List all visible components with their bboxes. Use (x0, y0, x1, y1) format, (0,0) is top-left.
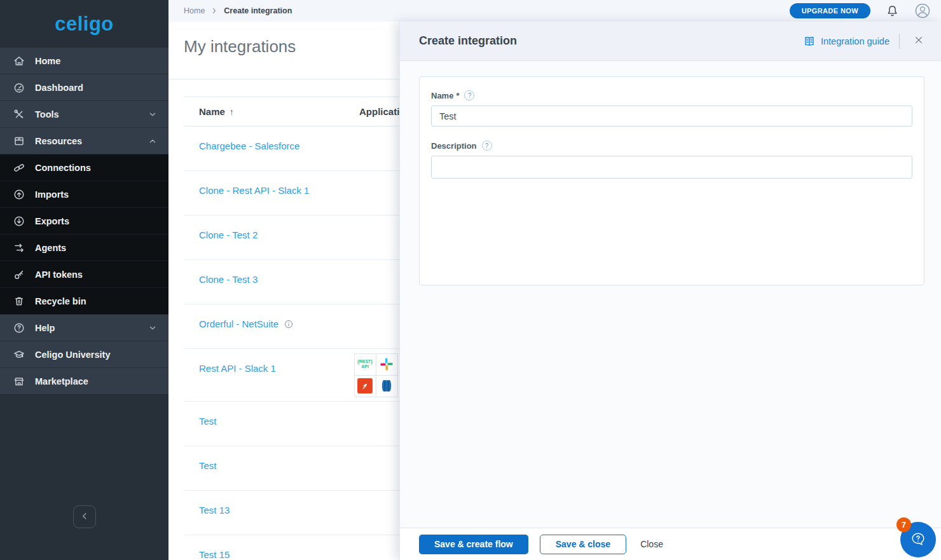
sidebar-item-label: Tools (35, 109, 59, 120)
sidebar-item-label: Help (35, 323, 55, 333)
sidebar-item-label: Exports (35, 216, 69, 226)
sidebar-nav: Home Dashboard Tools Resources Connectio… (0, 48, 168, 395)
sidebar-item-recycle-bin[interactable]: Recycle bin (0, 288, 168, 315)
sidebar-item-agents[interactable]: Agents (0, 235, 168, 261)
sidebar-item-tools[interactable]: Tools (0, 101, 168, 128)
blue-app-icon (376, 375, 398, 397)
sidebar-item-label: Marketplace (35, 376, 88, 386)
connections-icon (13, 161, 25, 174)
sidebar-item-api-tokens[interactable]: API tokens (0, 261, 168, 288)
api-tokens-icon (13, 268, 25, 281)
sidebar-item-label: Home (35, 56, 60, 66)
help-icon[interactable]: ? (464, 90, 474, 100)
sidebar-item-dashboard[interactable]: Dashboard (0, 74, 168, 101)
description-field[interactable] (431, 156, 912, 179)
column-header-name[interactable]: Name ↑ (184, 106, 359, 117)
sidebar-item-celigo-university[interactable]: Celigo University (0, 341, 168, 368)
close-icon[interactable] (909, 32, 928, 51)
integration-link[interactable]: Chargebee - Salesforce (199, 140, 299, 151)
topbar-actions: UPGRADE NOW (790, 3, 931, 19)
agents-icon (13, 242, 25, 254)
drawer-header: Create integration Integration guide (400, 22, 941, 61)
chevron-up-icon (147, 135, 158, 147)
sidebar-collapse-button[interactable] (73, 505, 96, 528)
sidebar-item-label: Resources (35, 136, 82, 146)
integration-guide-link[interactable]: Integration guide (803, 35, 889, 48)
bell-icon[interactable] (886, 4, 899, 18)
required-mark: * (456, 91, 459, 100)
create-integration-drawer: Create integration Integration guide Nam… (399, 22, 941, 560)
sort-asc-icon: ↑ (230, 107, 234, 117)
sidebar-item-resources[interactable]: Resources (0, 128, 168, 154)
help-icon[interactable]: ? (482, 140, 492, 151)
red-app-icon (354, 375, 376, 397)
integration-link[interactable]: Clone - Test 2 (199, 229, 258, 240)
chat-question-icon (909, 530, 927, 550)
header-divider (899, 34, 900, 49)
integration-link[interactable]: Clone - Test 3 (199, 274, 258, 285)
applications-icons: {REST} API (354, 353, 397, 397)
breadcrumb-separator-icon (210, 7, 218, 15)
sidebar-item-exports[interactable]: Exports (0, 208, 168, 235)
sidebar-item-marketplace[interactable]: Marketplace (0, 368, 168, 395)
description-field-label: Description (431, 141, 477, 151)
integration-link[interactable]: Clone - Rest API - Slack 1 (199, 185, 309, 196)
name-field-group: Name * ? (431, 90, 912, 126)
sidebar-item-label: Recycle bin (35, 296, 86, 306)
help-chat-button[interactable]: 7 (900, 522, 936, 557)
integration-link[interactable]: Orderful - NetSuite (199, 318, 294, 329)
drawer-footer: Save & create flow Save & close Close (400, 528, 941, 560)
sidebar-item-label: Connections (35, 163, 91, 173)
name-field[interactable] (431, 106, 912, 126)
breadcrumb: Home Create integration (184, 6, 292, 15)
drawer-title: Create integration (419, 34, 803, 48)
sidebar-item-imports[interactable]: Imports (0, 181, 168, 208)
imports-icon (13, 188, 25, 201)
sidebar-item-label: API tokens (35, 270, 83, 280)
sidebar-item-label: Celigo University (35, 350, 110, 360)
close-button[interactable]: Close (638, 539, 666, 549)
breadcrumb-current: Create integration (224, 6, 292, 15)
notification-badge: 7 (896, 517, 911, 532)
sidebar: celigo Home Dashboard Tools Resources Co… (0, 0, 168, 560)
topbar: Home Create integration UPGRADE NOW (168, 0, 941, 22)
integration-form: Name * ? Description ? (419, 76, 924, 285)
chevron-down-icon (147, 322, 158, 334)
avatar-icon[interactable] (914, 3, 931, 19)
marketplace-icon (13, 375, 25, 388)
exports-icon (13, 215, 25, 228)
sidebar-item-label: Dashboard (35, 83, 83, 93)
recycle-bin-icon (13, 295, 25, 308)
name-field-label: Name (431, 91, 453, 100)
chevron-down-icon (147, 109, 158, 120)
save-close-button[interactable]: Save & close (540, 535, 626, 554)
description-field-group: Description ? (431, 140, 912, 179)
sidebar-item-home[interactable]: Home (0, 48, 168, 74)
integration-link[interactable]: Test (199, 416, 217, 427)
rest-api-app-icon: {REST} API (354, 353, 376, 376)
slack-app-icon (376, 353, 398, 376)
chevron-left-icon (79, 510, 90, 524)
tools-icon (13, 108, 25, 121)
breadcrumb-home[interactable]: Home (184, 6, 205, 15)
sidebar-item-label: Agents (35, 243, 66, 253)
sidebar-item-help[interactable]: Help (0, 315, 168, 341)
resources-icon (13, 135, 25, 147)
home-icon (13, 55, 25, 67)
integration-link[interactable]: Rest API - Slack 1 (199, 363, 276, 374)
help-icon (13, 322, 25, 334)
dashboard-icon (13, 81, 25, 94)
university-icon (13, 348, 25, 361)
integration-link[interactable]: Test 13 (199, 505, 230, 516)
info-icon[interactable] (284, 319, 294, 329)
drawer-body: Name * ? Description ? (400, 61, 941, 528)
sidebar-item-label: Imports (35, 189, 69, 200)
sidebar-item-connections[interactable]: Connections (0, 154, 168, 181)
save-create-flow-button[interactable]: Save & create flow (419, 535, 528, 554)
integration-link[interactable]: Test 15 (199, 549, 230, 560)
celigo-logo: celigo (0, 0, 168, 48)
integration-link[interactable]: Test (199, 460, 217, 471)
book-icon (803, 35, 816, 48)
upgrade-now-button[interactable]: UPGRADE NOW (790, 3, 870, 18)
